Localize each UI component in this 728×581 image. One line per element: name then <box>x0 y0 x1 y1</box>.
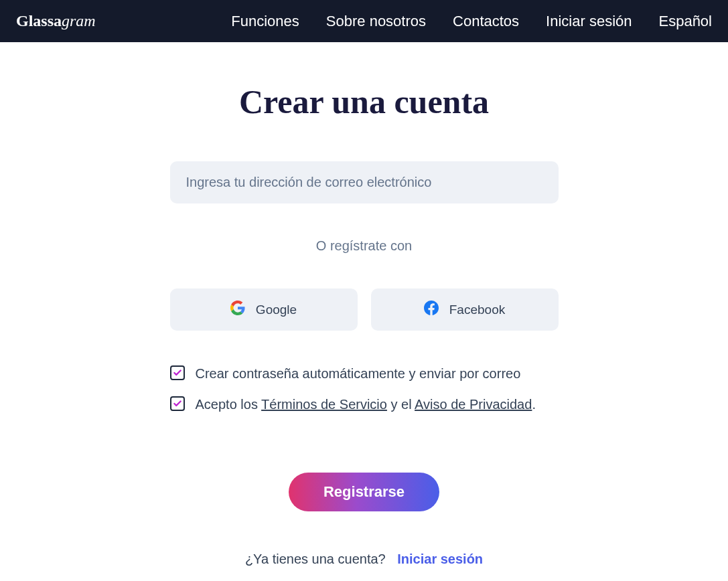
footer-question: ¿Ya tienes una cuenta? <box>245 552 386 566</box>
privacy-link[interactable]: Aviso de Privacidad <box>415 397 532 412</box>
check-icon <box>173 368 182 378</box>
google-button[interactable]: Google <box>170 288 358 331</box>
nav-contacts[interactable]: Contactos <box>453 13 519 30</box>
facebook-icon <box>424 301 439 319</box>
auto-password-label: Crear contraseña automáticamente y envia… <box>196 364 521 383</box>
nav-links: Funciones Sobre nosotros Contactos Inici… <box>231 13 712 30</box>
nav-language[interactable]: Español <box>658 13 712 30</box>
terms-link[interactable]: Términos de Servicio <box>261 397 387 412</box>
navbar: Glassagram Funciones Sobre nosotros Cont… <box>0 0 728 42</box>
footer-text: ¿Ya tienes una cuenta? Iniciar sesión <box>170 552 559 567</box>
check-icon <box>173 399 182 408</box>
social-row: Google Facebook <box>170 288 559 331</box>
checkbox-terms-row: Acepto los Términos de Servicio y el Avi… <box>170 395 559 414</box>
submit-button[interactable]: Registrarse <box>289 473 439 511</box>
nav-about[interactable]: Sobre nosotros <box>326 13 426 30</box>
checkbox-auto-password[interactable] <box>170 365 185 380</box>
email-input[interactable] <box>170 161 559 203</box>
checkbox-terms[interactable] <box>170 396 185 411</box>
checkbox-auto-password-row: Crear contraseña automáticamente y envia… <box>170 364 559 383</box>
brand-logo[interactable]: Glassagram <box>16 12 96 30</box>
divider-text: O regístrate con <box>170 238 559 254</box>
google-icon <box>230 301 245 319</box>
signup-container: Crear una cuenta O regístrate con Google… <box>170 42 559 567</box>
terms-label: Acepto los Términos de Servicio y el Avi… <box>196 395 536 414</box>
nav-login[interactable]: Iniciar sesión <box>546 13 632 30</box>
page-title: Crear una cuenta <box>170 82 559 121</box>
facebook-button[interactable]: Facebook <box>371 288 559 331</box>
facebook-label: Facebook <box>449 303 505 317</box>
footer-login-link[interactable]: Iniciar sesión <box>397 552 483 566</box>
google-label: Google <box>256 303 297 317</box>
brand-part1: Glassa <box>16 12 62 29</box>
brand-part2: gram <box>62 12 96 29</box>
nav-features[interactable]: Funciones <box>231 13 299 30</box>
